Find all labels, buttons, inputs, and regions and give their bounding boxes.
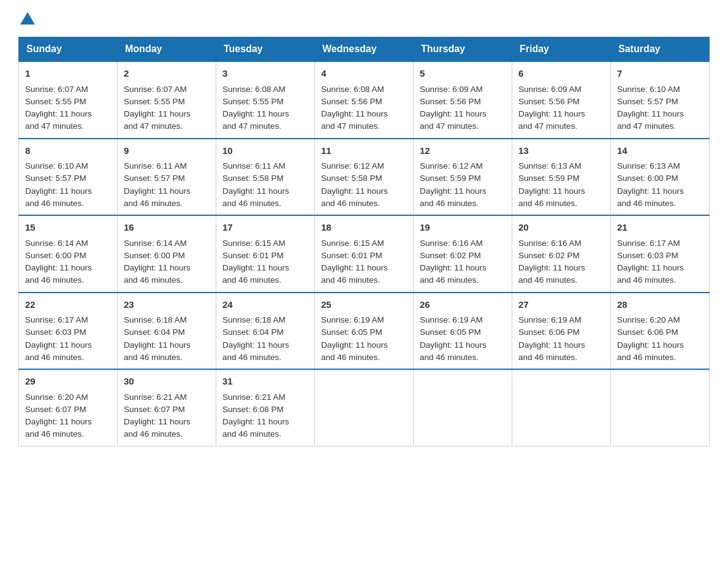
sunrise-label: Sunrise: 6:10 AM — [25, 161, 88, 170]
sunset-label: Sunset: 6:01 PM — [321, 251, 382, 260]
sunrise-label: Sunrise: 6:09 AM — [518, 85, 582, 94]
calendar-day-cell: 23 Sunrise: 6:18 AM Sunset: 6:04 PM Dayl… — [118, 293, 216, 370]
daylight-label: Daylight: 11 hoursand 46 minutes. — [617, 186, 684, 208]
daylight-label: Daylight: 11 hoursand 46 minutes. — [222, 263, 289, 285]
sunrise-label: Sunrise: 6:07 AM — [124, 85, 187, 94]
calendar-day-cell: 11 Sunrise: 6:12 AM Sunset: 5:58 PM Dayl… — [315, 139, 414, 216]
daylight-label: Daylight: 11 hoursand 46 minutes. — [124, 186, 191, 208]
logo — [18, 12, 35, 25]
day-number: 19 — [420, 221, 506, 235]
sunrise-label: Sunrise: 6:18 AM — [222, 315, 286, 324]
day-number: 6 — [518, 67, 604, 81]
daylight-label: Daylight: 11 hoursand 46 minutes. — [25, 186, 92, 208]
sunset-label: Sunset: 5:56 PM — [321, 97, 382, 106]
calendar-day-cell: 4 Sunrise: 6:08 AM Sunset: 5:56 PM Dayli… — [315, 61, 414, 139]
day-number: 14 — [617, 144, 703, 158]
calendar-day-cell: 15 Sunrise: 6:14 AM Sunset: 6:00 PM Dayl… — [19, 215, 118, 293]
calendar-day-cell: 13 Sunrise: 6:13 AM Sunset: 5:59 PM Dayl… — [512, 139, 611, 216]
sunrise-label: Sunrise: 6:17 AM — [617, 239, 680, 248]
sunrise-label: Sunrise: 6:12 AM — [420, 161, 483, 170]
daylight-label: Daylight: 11 hoursand 46 minutes. — [25, 417, 92, 439]
sunrise-label: Sunrise: 6:14 AM — [124, 239, 187, 248]
sunrise-label: Sunrise: 6:16 AM — [420, 239, 483, 248]
sunset-label: Sunset: 5:59 PM — [518, 174, 580, 183]
calendar-day-cell: 10 Sunrise: 6:11 AM Sunset: 5:58 PM Dayl… — [216, 139, 315, 216]
logo-triangle-icon — [20, 12, 35, 25]
daylight-label: Daylight: 11 hoursand 46 minutes. — [124, 263, 191, 285]
daylight-label: Daylight: 11 hoursand 46 minutes. — [518, 263, 585, 285]
day-number: 31 — [222, 375, 308, 389]
calendar-day-cell: 2 Sunrise: 6:07 AM Sunset: 5:55 PM Dayli… — [118, 61, 216, 139]
sunset-label: Sunset: 5:59 PM — [420, 174, 481, 183]
day-number: 30 — [124, 375, 210, 389]
calendar-day-cell — [315, 369, 414, 446]
sunset-label: Sunset: 6:00 PM — [617, 174, 678, 183]
daylight-label: Daylight: 11 hoursand 46 minutes. — [222, 340, 289, 362]
sunset-label: Sunset: 5:55 PM — [124, 97, 185, 106]
day-number: 2 — [124, 67, 210, 81]
day-number: 18 — [321, 221, 407, 235]
day-number: 27 — [518, 298, 604, 312]
sunset-label: Sunset: 5:57 PM — [124, 174, 185, 183]
calendar-day-cell — [414, 369, 512, 446]
day-number: 21 — [617, 221, 703, 235]
calendar-day-header: Saturday — [611, 37, 710, 62]
sunset-label: Sunset: 6:03 PM — [617, 251, 678, 260]
calendar-week-row: 22 Sunrise: 6:17 AM Sunset: 6:03 PM Dayl… — [19, 293, 710, 370]
calendar-day-cell: 18 Sunrise: 6:15 AM Sunset: 6:01 PM Dayl… — [315, 215, 414, 293]
sunset-label: Sunset: 6:04 PM — [124, 327, 185, 337]
day-number: 9 — [124, 144, 210, 158]
calendar-day-header: Monday — [118, 37, 216, 62]
day-number: 3 — [222, 67, 308, 81]
sunset-label: Sunset: 5:56 PM — [420, 97, 481, 106]
sunset-label: Sunset: 6:02 PM — [420, 251, 481, 260]
daylight-label: Daylight: 11 hoursand 47 minutes. — [25, 109, 92, 131]
calendar-day-cell: 20 Sunrise: 6:16 AM Sunset: 6:02 PM Dayl… — [512, 215, 611, 293]
sunset-label: Sunset: 6:05 PM — [420, 327, 481, 337]
calendar-day-cell: 5 Sunrise: 6:09 AM Sunset: 5:56 PM Dayli… — [414, 61, 512, 139]
sunrise-label: Sunrise: 6:10 AM — [617, 85, 680, 94]
calendar-day-header: Thursday — [414, 37, 512, 62]
daylight-label: Daylight: 11 hoursand 46 minutes. — [420, 186, 487, 208]
day-number: 24 — [222, 298, 308, 312]
daylight-label: Daylight: 11 hoursand 46 minutes. — [25, 263, 92, 285]
sunrise-label: Sunrise: 6:19 AM — [420, 315, 483, 324]
sunrise-label: Sunrise: 6:15 AM — [321, 239, 384, 248]
day-number: 11 — [321, 144, 407, 158]
day-number: 13 — [518, 144, 604, 158]
sunset-label: Sunset: 5:55 PM — [222, 97, 284, 106]
calendar-day-cell: 8 Sunrise: 6:10 AM Sunset: 5:57 PM Dayli… — [19, 139, 118, 216]
sunset-label: Sunset: 6:00 PM — [25, 251, 86, 260]
sunset-label: Sunset: 6:07 PM — [25, 405, 86, 414]
sunset-label: Sunset: 6:03 PM — [25, 327, 86, 337]
page-header — [18, 12, 710, 25]
day-number: 16 — [124, 221, 210, 235]
calendar-day-cell: 6 Sunrise: 6:09 AM Sunset: 5:56 PM Dayli… — [512, 61, 611, 139]
calendar-day-cell: 21 Sunrise: 6:17 AM Sunset: 6:03 PM Dayl… — [611, 215, 710, 293]
calendar-day-cell: 3 Sunrise: 6:08 AM Sunset: 5:55 PM Dayli… — [216, 61, 315, 139]
sunset-label: Sunset: 5:55 PM — [25, 97, 86, 106]
calendar-day-cell: 16 Sunrise: 6:14 AM Sunset: 6:00 PM Dayl… — [118, 215, 216, 293]
sunset-label: Sunset: 6:07 PM — [124, 405, 185, 414]
sunrise-label: Sunrise: 6:09 AM — [420, 85, 483, 94]
sunset-label: Sunset: 6:08 PM — [222, 405, 284, 414]
daylight-label: Daylight: 11 hoursand 46 minutes. — [420, 340, 487, 362]
calendar-week-row: 1 Sunrise: 6:07 AM Sunset: 5:55 PM Dayli… — [19, 61, 710, 139]
daylight-label: Daylight: 11 hoursand 46 minutes. — [420, 263, 487, 285]
day-number: 23 — [124, 298, 210, 312]
daylight-label: Daylight: 11 hoursand 47 minutes. — [518, 109, 585, 131]
day-number: 17 — [222, 221, 308, 235]
day-number: 22 — [25, 298, 111, 312]
sunrise-label: Sunrise: 6:16 AM — [518, 239, 582, 248]
daylight-label: Daylight: 11 hoursand 46 minutes. — [321, 186, 388, 208]
daylight-label: Daylight: 11 hoursand 46 minutes. — [124, 340, 191, 362]
sunset-label: Sunset: 6:01 PM — [222, 251, 284, 260]
daylight-label: Daylight: 11 hoursand 46 minutes. — [222, 186, 289, 208]
sunrise-label: Sunrise: 6:11 AM — [124, 161, 187, 170]
calendar-day-header: Friday — [512, 37, 611, 62]
calendar-day-cell — [611, 369, 710, 446]
calendar-week-row: 29 Sunrise: 6:20 AM Sunset: 6:07 PM Dayl… — [19, 369, 710, 446]
calendar-day-cell: 9 Sunrise: 6:11 AM Sunset: 5:57 PM Dayli… — [118, 139, 216, 216]
sunrise-label: Sunrise: 6:15 AM — [222, 239, 286, 248]
daylight-label: Daylight: 11 hoursand 46 minutes. — [518, 186, 585, 208]
